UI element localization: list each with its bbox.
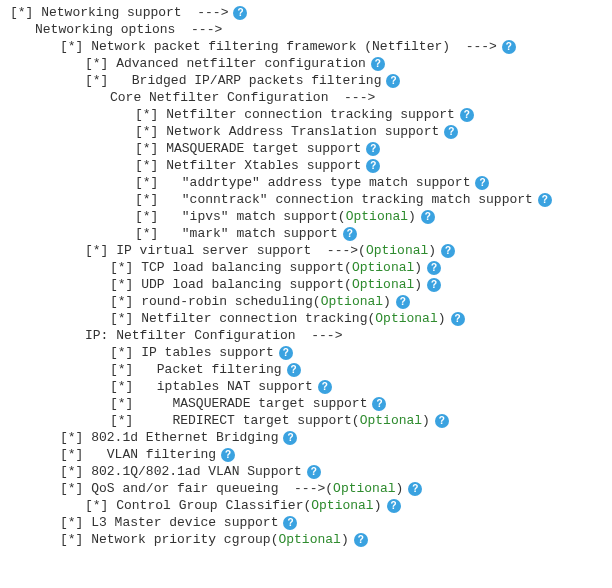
checkbox[interactable]: [*] bbox=[60, 463, 91, 480]
help-icon[interactable]: ? bbox=[366, 142, 380, 156]
checkbox[interactable]: [*] bbox=[110, 276, 141, 293]
help-icon[interactable]: ? bbox=[221, 448, 235, 462]
checkbox[interactable]: [*] bbox=[60, 429, 91, 446]
config-row[interactable]: IP: Netfilter Configuration ---> bbox=[10, 327, 612, 344]
checkbox[interactable]: [*] bbox=[110, 361, 141, 378]
paren-close: ) bbox=[383, 293, 391, 310]
help-icon[interactable]: ? bbox=[441, 244, 455, 258]
config-row[interactable]: [*] 802.1d Ethernet Bridging? bbox=[10, 429, 612, 446]
checkbox[interactable]: [*] bbox=[135, 106, 166, 123]
submenu-arrow[interactable]: ---> bbox=[175, 21, 222, 38]
config-row[interactable]: Networking options ---> bbox=[10, 21, 612, 38]
submenu-arrow[interactable]: ---> bbox=[182, 4, 229, 21]
help-icon[interactable]: ? bbox=[427, 278, 441, 292]
help-icon[interactable]: ? bbox=[343, 227, 357, 241]
config-row[interactable]: [*] iptables NAT support? bbox=[10, 378, 612, 395]
config-row[interactable]: [*] "conntrack" connection tracking matc… bbox=[10, 191, 612, 208]
config-row[interactable]: [*] VLAN filtering? bbox=[10, 446, 612, 463]
submenu-arrow[interactable]: ---> bbox=[311, 242, 358, 259]
help-icon[interactable]: ? bbox=[354, 533, 368, 547]
config-row[interactable]: [*] Bridged IP/ARP packets filtering? bbox=[10, 72, 612, 89]
checkbox[interactable]: [*] bbox=[135, 123, 166, 140]
checkbox[interactable]: [*] bbox=[85, 497, 116, 514]
checkbox[interactable]: [*] bbox=[85, 72, 116, 89]
config-row[interactable]: [*] 802.1Q/802.1ad VLAN Support? bbox=[10, 463, 612, 480]
config-row[interactable]: [*] L3 Master device support? bbox=[10, 514, 612, 531]
checkbox[interactable]: [*] bbox=[135, 174, 166, 191]
checkbox[interactable]: [*] bbox=[60, 38, 91, 55]
config-row[interactable]: [*] Network Address Translation support? bbox=[10, 123, 612, 140]
help-icon[interactable]: ? bbox=[475, 176, 489, 190]
checkbox[interactable]: [*] bbox=[110, 259, 141, 276]
config-row[interactable]: [*] IP virtual server support ---> (Opti… bbox=[10, 242, 612, 259]
checkbox[interactable]: [*] bbox=[60, 480, 91, 497]
submenu-arrow[interactable]: ---> bbox=[450, 38, 497, 55]
help-icon[interactable]: ? bbox=[408, 482, 422, 496]
submenu-arrow[interactable]: ---> bbox=[328, 89, 375, 106]
help-icon[interactable]: ? bbox=[427, 261, 441, 275]
help-icon[interactable]: ? bbox=[279, 346, 293, 360]
config-row[interactable]: [*] Network packet filtering framework (… bbox=[10, 38, 612, 55]
config-row[interactable]: [*] "mark" match support? bbox=[10, 225, 612, 242]
config-row[interactable]: [*] Netfilter connection tracking (Optio… bbox=[10, 310, 612, 327]
config-row[interactable]: [*] TCP load balancing support (Optional… bbox=[10, 259, 612, 276]
help-icon[interactable]: ? bbox=[421, 210, 435, 224]
checkbox[interactable]: [*] bbox=[135, 191, 166, 208]
checkbox[interactable]: [*] bbox=[110, 395, 141, 412]
config-label: Networking support bbox=[41, 4, 181, 21]
config-row[interactable]: [*] Netfilter Xtables support? bbox=[10, 157, 612, 174]
checkbox[interactable]: [*] bbox=[10, 4, 41, 21]
config-row[interactable]: [*] round-robin scheduling (Optional)? bbox=[10, 293, 612, 310]
config-row[interactable]: [*] "addrtype" address type match suppor… bbox=[10, 174, 612, 191]
help-icon[interactable]: ? bbox=[371, 57, 385, 71]
checkbox[interactable]: [*] bbox=[85, 242, 116, 259]
config-row[interactable]: [*] "ipvs" match support (Optional)? bbox=[10, 208, 612, 225]
config-row[interactable]: [*] Network priority cgroup (Optional)? bbox=[10, 531, 612, 548]
help-icon[interactable]: ? bbox=[538, 193, 552, 207]
help-icon[interactable]: ? bbox=[372, 397, 386, 411]
config-row[interactable]: [*] Networking support --->? bbox=[10, 4, 612, 21]
help-icon[interactable]: ? bbox=[386, 74, 400, 88]
checkbox[interactable]: [*] bbox=[60, 446, 91, 463]
help-icon[interactable]: ? bbox=[287, 363, 301, 377]
checkbox[interactable]: [*] bbox=[110, 378, 141, 395]
config-row[interactable]: [*] QoS and/or fair queueing ---> (Optio… bbox=[10, 480, 612, 497]
checkbox[interactable]: [*] bbox=[135, 225, 166, 242]
checkbox[interactable]: [*] bbox=[110, 310, 141, 327]
checkbox[interactable]: [*] bbox=[135, 208, 166, 225]
config-row[interactable]: [*] Control Group Classifier (Optional)? bbox=[10, 497, 612, 514]
config-row[interactable]: Core Netfilter Configuration ---> bbox=[10, 89, 612, 106]
config-row[interactable]: [*] REDIRECT target support (Optional)? bbox=[10, 412, 612, 429]
config-row[interactable]: [*] UDP load balancing support (Optional… bbox=[10, 276, 612, 293]
config-row[interactable]: [*] IP tables support? bbox=[10, 344, 612, 361]
help-icon[interactable]: ? bbox=[396, 295, 410, 309]
help-icon[interactable]: ? bbox=[307, 465, 321, 479]
checkbox[interactable]: [*] bbox=[135, 140, 166, 157]
help-icon[interactable]: ? bbox=[444, 125, 458, 139]
config-row[interactable]: [*] MASQUERADE target support? bbox=[10, 395, 612, 412]
help-icon[interactable]: ? bbox=[233, 6, 247, 20]
help-icon[interactable]: ? bbox=[451, 312, 465, 326]
config-row[interactable]: [*] Packet filtering? bbox=[10, 361, 612, 378]
submenu-arrow[interactable]: ---> bbox=[296, 327, 343, 344]
checkbox[interactable]: [*] bbox=[135, 157, 166, 174]
config-row[interactable]: [*] MASQUERADE target support? bbox=[10, 140, 612, 157]
config-row[interactable]: [*] Netfilter connection tracking suppor… bbox=[10, 106, 612, 123]
help-icon[interactable]: ? bbox=[435, 414, 449, 428]
help-icon[interactable]: ? bbox=[318, 380, 332, 394]
submenu-arrow[interactable]: ---> bbox=[278, 480, 325, 497]
checkbox[interactable]: [*] bbox=[60, 531, 91, 548]
help-icon[interactable]: ? bbox=[366, 159, 380, 173]
checkbox[interactable]: [*] bbox=[110, 344, 141, 361]
help-icon[interactable]: ? bbox=[283, 431, 297, 445]
help-icon[interactable]: ? bbox=[502, 40, 516, 54]
checkbox[interactable]: [*] bbox=[85, 55, 116, 72]
config-label: MASQUERADE target support bbox=[166, 140, 361, 157]
help-icon[interactable]: ? bbox=[460, 108, 474, 122]
checkbox[interactable]: [*] bbox=[110, 412, 141, 429]
checkbox[interactable]: [*] bbox=[60, 514, 91, 531]
help-icon[interactable]: ? bbox=[387, 499, 401, 513]
config-row[interactable]: [*] Advanced netfilter configuration? bbox=[10, 55, 612, 72]
checkbox[interactable]: [*] bbox=[110, 293, 141, 310]
help-icon[interactable]: ? bbox=[283, 516, 297, 530]
